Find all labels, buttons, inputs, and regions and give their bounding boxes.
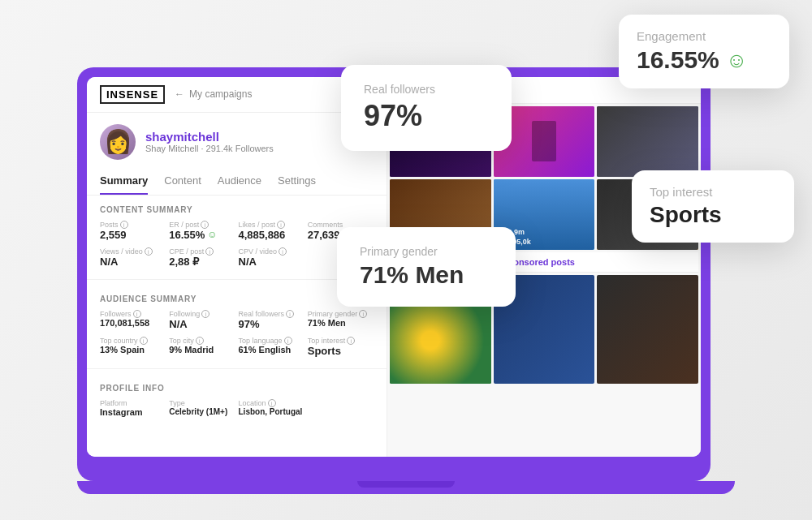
stat-cpe-label: CPE / post i [169, 247, 235, 256]
card-real-followers: Real followers 97% [341, 65, 512, 151]
stat-real-followers: Real followers i 97% [239, 310, 304, 330]
card-real-followers-value: 97% [364, 99, 489, 133]
card-top-interest-label: Top interest [650, 185, 776, 199]
stat-type-value: Celebrity (1M+) [169, 407, 235, 416]
stat-top-city-label: Top city i [169, 337, 235, 345]
stat-posts-label: Posts i [100, 221, 166, 229]
stat-location-label: Location i [239, 399, 304, 407]
nav-tabs: Summary Content Audience Settings [87, 168, 387, 196]
stat-top-language-value: 61% English [239, 345, 304, 355]
stat-following-value: N/A [169, 318, 235, 330]
info-icon-12[interactable]: i [196, 337, 204, 345]
stat-top-language-label: Top language i [239, 337, 304, 345]
stat-real-followers-label: Real followers i [239, 310, 304, 318]
avatar: 👩 [100, 124, 136, 160]
stat-views-label: Views / video i [100, 247, 166, 256]
profile-info-section: PROFILE INFO Platform Instagram Type Cel… [87, 374, 387, 423]
info-icon-4[interactable]: i [145, 247, 153, 256]
card-top-interest: Top interest Sports [632, 170, 794, 243]
card-primary-gender: Primary gender 71% Men [337, 227, 516, 307]
green-smiley-icon: ☺ [207, 229, 217, 240]
laptop-stand [357, 481, 455, 488]
stat-followers-label: Followers i [100, 310, 166, 318]
stat-cpv-label: CPV / video i [239, 247, 304, 256]
stat-top-interest-label: Top interest i [308, 337, 374, 345]
stat-location-value: Lisbon, Portugal [239, 407, 304, 416]
stat-top-interest: Top interest i Sports [308, 337, 374, 357]
stat-cpv-value: N/A [239, 256, 304, 268]
tab-content[interactable]: Content [164, 168, 201, 195]
info-icon-9[interactable]: i [286, 310, 294, 318]
info-icon[interactable]: i [120, 221, 128, 229]
stat-type-label: Type [169, 399, 235, 407]
card-engagement-value: 16.55% ☺ [637, 46, 771, 74]
profile-info-title: PROFILE INFO [100, 384, 374, 393]
stat-top-city: Top city i 9% Madrid [169, 337, 235, 357]
audience-summary-title: AUDIENCE SUMMARY [100, 294, 374, 303]
card-real-followers-label: Real followers [364, 83, 489, 96]
breadcrumb: ← My campaigns [175, 88, 252, 100]
tab-audience[interactable]: Audience [218, 168, 261, 195]
profile-info-block: shaymitchell Shay Mitchell · 291.4k Foll… [145, 130, 274, 153]
breadcrumb-arrow: ← [175, 88, 184, 100]
stat-primary-gender: Primary gender i 71% Men [308, 310, 374, 330]
stat-real-followers-value: 97% [239, 318, 304, 330]
info-icon-10[interactable]: i [359, 310, 367, 318]
card-top-interest-value: Sports [650, 202, 776, 228]
card-engagement-label: Engagement [637, 29, 771, 43]
stat-following: Following i N/A [169, 310, 235, 330]
stat-cpe-value: 2,88 ₽ [169, 256, 235, 268]
stat-posts: Posts i 2,559 [100, 221, 166, 241]
stat-cpv: CPV / video i N/A [239, 247, 304, 268]
stat-primary-gender-label: Primary gender i [308, 310, 374, 318]
stat-platform-value: Instagram [100, 407, 166, 417]
stat-top-language: Top language i 61% English [239, 337, 304, 357]
profile-info-stats: Platform Instagram Type Celebrity (1M+) [100, 399, 374, 417]
stat-er-value: 16.55% ☺ [169, 229, 235, 241]
info-icon-6[interactable]: i [279, 247, 287, 256]
stat-primary-gender-value: 71% Men [308, 318, 374, 328]
stat-views: Views / video i N/A [100, 247, 166, 268]
breadcrumb-text: My campaigns [189, 88, 252, 100]
logo: INSENSE [100, 85, 165, 104]
stat-posts-value: 2,559 [100, 229, 166, 241]
stat-cpe: CPE / post i 2,88 ₽ [169, 247, 235, 268]
tab-settings[interactable]: Settings [278, 168, 316, 195]
stat-top-country: Top country i 13% Spain [100, 337, 166, 357]
stat-views-value: N/A [100, 256, 166, 268]
stat-top-interest-value: Sports [308, 345, 374, 357]
info-icon-8[interactable]: i [201, 310, 209, 318]
stat-platform: Platform Instagram [100, 399, 166, 417]
stat-top-country-label: Top country i [100, 337, 166, 345]
profile-meta: Shay Mitchell · 291.4k Followers [145, 144, 274, 153]
username[interactable]: shaymitchell [145, 130, 274, 144]
stat-likes-value: 4,885,886 [239, 229, 304, 241]
divider-2 [87, 368, 387, 369]
tab-summary[interactable]: Summary [100, 168, 148, 195]
info-icon-13[interactable]: i [284, 337, 292, 345]
card-primary-gender-value: 71% Men [360, 261, 493, 289]
info-icon-11[interactable]: i [140, 337, 148, 345]
audience-stats-grid: Followers i 170,081,558 Following i [100, 310, 374, 357]
stat-er: ER / post i 16.55% ☺ [169, 221, 235, 241]
stat-top-country-value: 13% Spain [100, 345, 166, 355]
stat-likes: Likes / post i 4,885,886 [239, 221, 304, 241]
info-icon-5[interactable]: i [205, 247, 214, 256]
portfolio-item-3 [597, 106, 698, 177]
laptop-base [77, 481, 735, 494]
info-icon-3[interactable]: i [277, 221, 285, 229]
stat-top-city-value: 9% Madrid [169, 345, 235, 355]
stat-location: Location i Lisbon, Portugal [239, 399, 304, 417]
green-smiley-card: ☺ [726, 48, 748, 73]
info-icon-7[interactable]: i [133, 310, 141, 318]
stat-er-label: ER / post i [169, 221, 235, 229]
stat-type: Type Celebrity (1M+) [169, 399, 235, 417]
info-icon-2[interactable]: i [201, 221, 209, 229]
stat-following-label: Following i [169, 310, 235, 318]
card-primary-gender-label: Primary gender [360, 245, 493, 258]
info-icon-14[interactable]: i [347, 337, 355, 345]
card-engagement: Engagement 16.55% ☺ [619, 15, 789, 88]
stat-followers: Followers i 170,081,558 [100, 310, 166, 330]
stat-likes-label: Likes / post i [239, 221, 304, 229]
info-icon-15[interactable]: i [268, 399, 276, 407]
